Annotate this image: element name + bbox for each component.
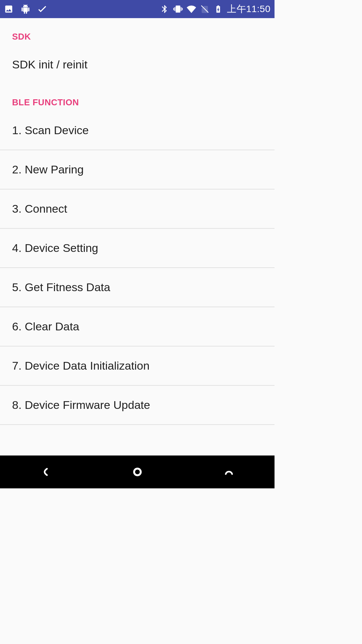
no-sim-icon [200, 4, 209, 14]
svg-point-0 [134, 469, 141, 475]
nav-back-button[interactable] [26, 462, 66, 482]
list-item-device-setting[interactable]: 4. Device Setting [0, 229, 275, 267]
list-item-clear-data[interactable]: 6. Clear Data [0, 307, 275, 346]
battery-charging-icon [214, 4, 223, 14]
android-icon [21, 4, 30, 14]
status-right-icons: 上午11:50 [160, 3, 270, 15]
nav-home-button[interactable] [117, 462, 158, 482]
list-item-connect[interactable]: 3. Connect [0, 190, 275, 228]
nav-recent-button[interactable] [209, 462, 249, 482]
list-item-device-data-init[interactable]: 7. Device Data Initialization [0, 346, 275, 385]
list-item-firmware-update[interactable]: 8. Device Firmware Update [0, 386, 275, 424]
wifi-icon [187, 4, 196, 14]
nav-bar [0, 455, 275, 488]
list-item-sdk-init[interactable]: SDK init / reinit [0, 45, 275, 84]
section-header-ble: BLE FUNCTION [0, 84, 275, 111]
status-left-icons [4, 4, 47, 14]
content-area: SDK SDK init / reinit BLE FUNCTION 1. Sc… [0, 18, 275, 455]
list-item-new-paring[interactable]: 2. New Paring [0, 150, 275, 189]
list-item-get-fitness-data[interactable]: 5. Get Fitness Data [0, 268, 275, 307]
status-time: 上午11:50 [227, 3, 270, 15]
bluetooth-icon [160, 4, 169, 14]
check-icon [38, 4, 47, 14]
picture-icon [4, 4, 13, 14]
section-header-sdk: SDK [0, 18, 275, 45]
list-item-scan-device[interactable]: 1. Scan Device [0, 111, 275, 150]
vibrate-icon [173, 4, 183, 14]
divider [0, 424, 275, 425]
status-bar: 上午11:50 [0, 0, 275, 18]
